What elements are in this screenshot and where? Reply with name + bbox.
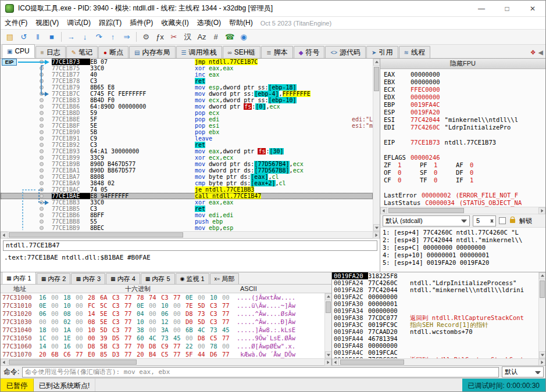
breakpoint-dot[interactable]	[40, 194, 44, 198]
dump-row[interactable]: 77C3104018001A00105DC37738003A006B4C7345…	[1, 326, 324, 334]
disasm-row[interactable]: 77CE1BB98BECmov ebp,esp	[1, 225, 373, 231]
scroll-down-icon[interactable]	[539, 351, 545, 358]
breakpoint-dot[interactable]	[40, 92, 44, 96]
breakpoint-dot[interactable]	[40, 181, 44, 185]
breakpoint-dot[interactable]	[40, 188, 44, 192]
disasm-row[interactable]: 77CE1B9364:A1 30000000mov eax,dword ptr …	[1, 148, 373, 154]
register-line[interactable]	[384, 131, 545, 139]
register-line[interactable]: LastStatusC0000034(STATUS_OBJECT_NA	[384, 199, 545, 207]
menu-item[interactable]: 调试(D)	[63, 17, 95, 29]
pause-icon[interactable]: ‖	[31, 31, 44, 43]
breakpoint-dot[interactable]	[40, 162, 44, 166]
disasm-row[interactable]: 77CE1BA1890D B867D577mov dword ptr ds:[7…	[1, 167, 373, 174]
scroll-right-icon[interactable]	[538, 207, 545, 214]
breakpoint-dot[interactable]	[40, 213, 44, 217]
dump-tab-内存 4[interactable]: ▦内存 4	[106, 273, 140, 284]
scrollbar-thumb[interactable]	[340, 359, 404, 365]
breakpoint-dot[interactable]	[40, 207, 44, 211]
breakpoint-dot[interactable]	[40, 105, 44, 109]
register-line[interactable]: CF0TF0IF1	[384, 177, 545, 184]
tab-符号[interactable]: ◆符号	[294, 46, 325, 58]
disasm-row[interactable]: 77CE1B7CC745 FC FEFFFFFFmov dword ptr ss…	[1, 91, 373, 97]
stack-row[interactable]: 0019FA3400000000	[332, 307, 538, 314]
register-line[interactable]: ESI77C42044"minkernel\\ntdll\\l	[384, 116, 545, 124]
stack-row[interactable]: 0019FA3000000001	[332, 300, 538, 307]
breakpoint-dot[interactable]	[40, 136, 44, 141]
registers-header[interactable]: 隐藏FPU	[380, 59, 545, 69]
breakpoint-dot[interactable]	[40, 149, 44, 153]
scrollbar-thumb[interactable]	[9, 232, 183, 238]
tab-引用[interactable]: ➤引用	[366, 46, 398, 58]
call-argument-line[interactable]: 2: [esp+8] 77C42044 ntdll."minkernel\\	[383, 236, 545, 244]
tab-内存布局[interactable]: ▤内存布局	[129, 46, 175, 58]
disasm-row[interactable]: 77CE1B9B890D B467D577mov dword ptr ds:[7…	[1, 161, 373, 167]
breakpoint-dot[interactable]	[40, 79, 44, 83]
dump-tab-内存 5[interactable]: ▦内存 5	[141, 273, 175, 284]
menu-item[interactable]: 收藏夹(I)	[157, 17, 192, 29]
scroll-right-icon[interactable]	[324, 359, 331, 366]
scroll-left-icon[interactable]	[1, 232, 8, 239]
stack-row[interactable]: 0019FA2877C42044ntdll."minkernel\\ntdll\…	[332, 286, 538, 293]
dump-row[interactable]: 77C3102006000800145EC37704000600D873C377…	[1, 310, 324, 318]
breakpoint-dot[interactable]	[40, 220, 44, 224]
breakpoint-dot[interactable]	[40, 130, 44, 134]
register-line[interactable]: ECXFFEC0000	[384, 86, 545, 93]
call-argument-line[interactable]: 5: [esp+14] 0019FA20 0019FA20	[383, 259, 545, 267]
breakpoint-dot[interactable]	[40, 200, 44, 204]
disasm-row[interactable]: 77CE1B798B65 E8mov esp,dword ptr ss:[ebp…	[1, 84, 373, 91]
dump-tab-内存 1[interactable]: ▦内存 1	[2, 272, 36, 284]
tab-日志[interactable]: ≡日志	[35, 46, 66, 58]
scroll-down-icon[interactable]	[373, 224, 380, 231]
disasm-row[interactable]: 77CE1B7533C0xor eax,eax	[1, 65, 373, 71]
dump-horizontal-scrollbar[interactable]	[1, 358, 331, 365]
disasm-row[interactable]: 77CE1B92C3ret	[1, 142, 373, 148]
run-icon[interactable]: →	[65, 31, 77, 43]
scroll-up-icon[interactable]	[539, 272, 545, 279]
stack-row[interactable]: 0019FA3877CDC077返回到 ntdll.RtlCaptureStac…	[332, 314, 538, 321]
settings-gear-icon[interactable]: ⚙	[140, 31, 152, 43]
disasm-row[interactable]: 77CE1B91C9leave	[1, 135, 373, 142]
disasm-row[interactable]: 77CE1B9933C9xor ecx,ecx	[1, 154, 373, 161]
memory-dump-panel[interactable]: ▦内存 1▦内存 2▦内存 3▦内存 4▦内存 5◉监视 1x=局部 地址 十六…	[1, 272, 332, 365]
breakpoint-dot[interactable]	[40, 175, 44, 179]
tab-CPU[interactable]: ▣CPU	[2, 44, 35, 58]
register-line[interactable]: EBX00000000	[384, 78, 545, 86]
unlock-checkbox[interactable]	[499, 217, 506, 224]
stack-row[interactable]: 0019FA2C00000000	[332, 293, 538, 300]
disasm-row[interactable]: 77CE1BA78808mov byte ptr ds:[eax],cl	[1, 174, 373, 180]
dump-vertical-scrollbar[interactable]	[324, 293, 331, 358]
menu-item[interactable]: 跟踪(T)	[95, 17, 126, 29]
tab-断点[interactable]: ●断点	[98, 46, 129, 58]
breakpoint-dot[interactable]	[40, 60, 44, 64]
scroll-left-icon[interactable]	[1, 359, 8, 366]
register-line[interactable]	[384, 146, 545, 154]
open-file-icon[interactable]: ▤	[3, 31, 16, 43]
ascii-column-header[interactable]: ASCII	[237, 285, 331, 293]
about-icon[interactable]: ◉	[237, 31, 250, 43]
breakpoint-dot[interactable]	[40, 98, 44, 102]
breakpoint-dot[interactable]	[40, 168, 44, 172]
register-line[interactable]: EFLAGS00000246	[384, 154, 545, 161]
breakpoint-dot[interactable]	[40, 143, 44, 147]
stack-row[interactable]: 0019FA4446781394	[332, 335, 538, 342]
disassembly-panel[interactable]: EIP 77CE1B73EB 07jmp ntdll.77CE1B7C77CE1…	[1, 59, 380, 231]
dump-tab-内存 3[interactable]: ▦内存 3	[71, 273, 105, 284]
register-line[interactable]: ESP0019FA20	[384, 109, 545, 116]
menu-item[interactable]: 帮助(H)	[225, 17, 257, 29]
disasm-row[interactable]: 77CE1B73EB 07jmp ntdll.77CE1B7C	[1, 59, 373, 65]
disassembly-vertical-scrollbar[interactable]	[373, 59, 380, 231]
step-into-icon[interactable]: ↓	[78, 31, 91, 43]
call-argument-line[interactable]: 3: [esp+C] 00000000 00000000	[383, 244, 545, 251]
register-line[interactable]: OF0SF0DF0	[384, 169, 545, 177]
stack-row[interactable]: 0019FA4C0019FCAC	[332, 349, 538, 356]
tab-调用堆栈[interactable]: ☰调用堆栈	[176, 46, 222, 58]
stack-row[interactable]: 0019FA20318225F8	[332, 272, 538, 279]
run-to-return-icon[interactable]: ⇒	[120, 31, 133, 43]
stack-row[interactable]: 0019FA2477C4260Cntdll."LdrpInitializePro…	[332, 279, 538, 286]
tab-线程[interactable]: ≋线程	[399, 46, 430, 58]
menu-item[interactable]: 视图(V)	[31, 17, 63, 29]
stack-row[interactable]: 0019FA3C0019FC9C指向SEH_Record[1]的指针	[332, 321, 538, 328]
disasm-row[interactable]: 77CE1BA93848 02cmp byte ptr ds:[eax+2],c…	[1, 180, 373, 186]
calculator-icon[interactable]: ƒx	[154, 31, 166, 43]
close-button[interactable]: ✕	[520, 1, 545, 16]
